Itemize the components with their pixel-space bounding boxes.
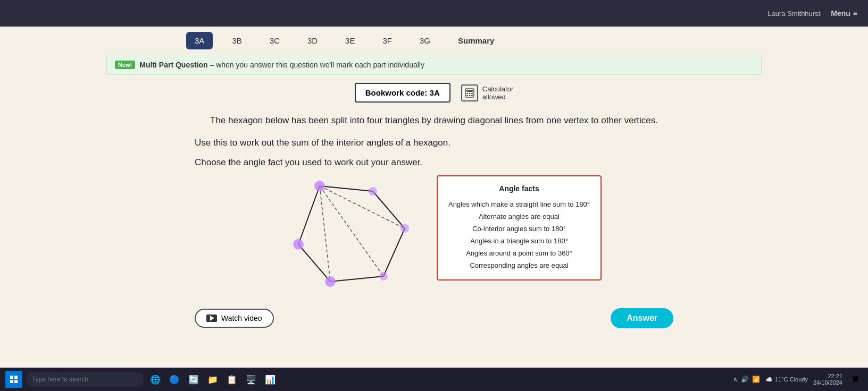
taskbar-app3-icon[interactable]: 📊 xyxy=(263,372,278,387)
taskbar-search-input[interactable] xyxy=(27,372,144,387)
svg-rect-6 xyxy=(469,95,470,96)
question-main: Angle facts Angles which make a straight… xyxy=(106,175,762,292)
content-area: New! Multi Part Question – when you answ… xyxy=(0,55,868,368)
tab-3G[interactable]: 3G xyxy=(411,32,439,49)
tab-3E[interactable]: 3E xyxy=(337,32,363,49)
angle-fact-6[interactable]: Corresponding angles are equal xyxy=(448,259,590,271)
svg-rect-1 xyxy=(466,90,473,92)
question-line1: The hexagon below has been split into fo… xyxy=(195,113,673,128)
angle-facts-title: Angle facts xyxy=(448,184,590,193)
taskbar-folder-icon[interactable]: 📁 xyxy=(205,372,220,387)
svg-rect-7 xyxy=(471,95,473,96)
hamburger-icon: ≡ xyxy=(853,9,857,18)
svg-point-12 xyxy=(314,181,325,191)
start-button[interactable] xyxy=(5,371,22,388)
taskbar-globe-icon[interactable]: 🌐 xyxy=(148,372,163,387)
angle-fact-1[interactable]: Angles which make a straight line sum to… xyxy=(448,198,590,210)
angle-facts-box[interactable]: Angle facts Angles which make a straight… xyxy=(437,175,602,280)
svg-point-13 xyxy=(293,239,304,250)
svg-point-15 xyxy=(400,224,409,233)
calculator-icon xyxy=(461,84,478,101)
svg-line-9 xyxy=(320,186,405,228)
svg-rect-3 xyxy=(469,93,470,94)
taskbar-weather: ☁️ 11°C Cloudy xyxy=(765,376,808,383)
question-line3: Choose the angle fact you used to work o… xyxy=(195,155,673,169)
tab-summary[interactable]: Summary xyxy=(449,32,503,49)
username: Laura Smithhurst xyxy=(767,10,820,18)
hexagon-diagram xyxy=(266,175,415,292)
svg-line-10 xyxy=(320,186,383,276)
question-line2: Use this to work out the sum of the inte… xyxy=(195,135,673,150)
taskbar-left: 🌐 🔵 🔄 📁 📋 🖥️ 📊 xyxy=(5,371,278,388)
svg-rect-20 xyxy=(10,380,13,383)
new-banner: New! Multi Part Question – when you answ… xyxy=(106,55,762,75)
watch-video-button[interactable]: Watch video xyxy=(195,309,274,328)
svg-marker-8 xyxy=(298,186,405,282)
taskbar-arrow-icon[interactable]: 🔄 xyxy=(186,372,201,387)
svg-point-14 xyxy=(325,276,336,287)
bottom-row: Watch video Answer xyxy=(195,303,673,336)
taskbar: 🌐 🔵 🔄 📁 📋 🖥️ 📊 ∧ 🔊 📶 ☁️ 11°C Cloudy 22:2… xyxy=(0,368,868,391)
tab-3B[interactable]: 3B xyxy=(223,32,250,49)
tab-3C[interactable]: 3C xyxy=(261,32,288,49)
top-bar: Laura Smithhurst Menu ≡ xyxy=(0,0,868,27)
answer-button[interactable]: Answer xyxy=(611,308,673,328)
taskbar-time: 22:21 24/10/2024 xyxy=(813,373,842,386)
taskbar-network-icon[interactable]: 📶 xyxy=(752,376,760,383)
taskbar-app1-icon[interactable]: 📋 xyxy=(224,372,239,387)
hexagon-svg xyxy=(266,175,415,292)
taskbar-sound-icon[interactable]: 🔊 xyxy=(741,376,749,383)
svg-rect-4 xyxy=(471,93,473,94)
svg-rect-2 xyxy=(466,93,468,94)
angle-fact-2[interactable]: Alternate angles are equal xyxy=(448,210,590,223)
taskbar-sys-icons: ∧ 🔊 📶 xyxy=(733,376,760,383)
svg-point-17 xyxy=(369,187,377,196)
svg-rect-21 xyxy=(14,380,18,383)
video-play-icon xyxy=(206,314,217,322)
angle-fact-3[interactable]: Co-interior angles sum to 180° xyxy=(448,223,590,235)
tab-navigation: 3A 3B 3C 3D 3E 3F 3G Summary xyxy=(0,27,868,55)
svg-line-11 xyxy=(320,186,330,282)
cloud-icon: ☁️ xyxy=(765,376,773,383)
angle-fact-4[interactable]: Angles in a triangle sum to 180° xyxy=(448,235,590,247)
calculator-info: Calculator allowed xyxy=(461,84,514,101)
svg-rect-18 xyxy=(10,376,13,379)
angle-fact-5[interactable]: Angles around a point sum to 360° xyxy=(448,247,590,259)
svg-rect-19 xyxy=(14,376,18,379)
svg-point-16 xyxy=(379,272,388,280)
svg-rect-5 xyxy=(466,95,468,96)
main-content: 3A 3B 3C 3D 3E 3F 3G Summary New! Multi … xyxy=(0,27,868,368)
bookwork-row: Bookwork code: 3A Calculator xyxy=(106,83,762,103)
tab-3F[interactable]: 3F xyxy=(374,32,400,49)
calculator-text: Calculator allowed xyxy=(482,85,514,101)
taskbar-app2-icon[interactable]: 🖥️ xyxy=(244,372,258,387)
new-badge: New! xyxy=(115,61,135,69)
banner-text: Multi Part Question – when you answer th… xyxy=(139,61,424,69)
taskbar-up-arrow[interactable]: ∧ xyxy=(733,376,738,383)
menu-button[interactable]: Menu ≡ xyxy=(831,9,857,18)
taskbar-right: ∧ 🔊 📶 ☁️ 11°C Cloudy 22:21 24/10/2024 🖥 xyxy=(733,372,863,387)
bookwork-code-button[interactable]: Bookwork code: 3A xyxy=(355,83,450,103)
tab-3A[interactable]: 3A xyxy=(186,32,213,49)
tab-3D[interactable]: 3D xyxy=(299,32,326,49)
taskbar-edge-icon[interactable]: 🔵 xyxy=(167,372,182,387)
taskbar-desktop-icon[interactable]: 🖥 xyxy=(848,372,863,387)
